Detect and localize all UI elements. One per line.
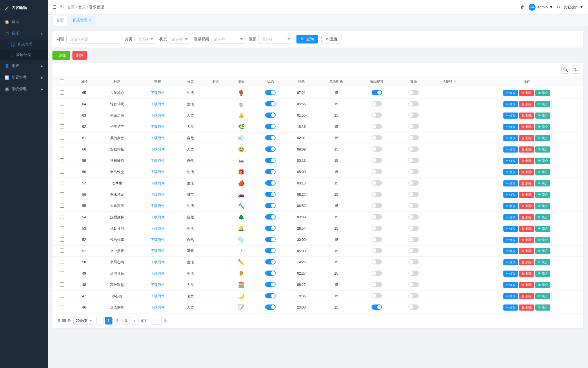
page-jump-input[interactable] xyxy=(150,317,162,325)
sidebar-item-music-manage[interactable]: 🎧 音乐管理 xyxy=(0,39,48,50)
edit-button[interactable]: ✏ 修改 xyxy=(503,192,518,198)
preview-button[interactable]: 👁 简介 xyxy=(535,135,550,141)
status-toggle[interactable] xyxy=(265,135,276,140)
preview-button[interactable]: 👁 简介 xyxy=(535,113,550,119)
incentive-toggle[interactable] xyxy=(372,226,382,231)
row-checkbox[interactable] xyxy=(60,271,64,275)
status-toggle[interactable] xyxy=(265,90,276,95)
row-checkbox[interactable] xyxy=(60,226,64,230)
row-checkbox[interactable] xyxy=(60,102,64,106)
edit-button[interactable]: ✏ 修改 xyxy=(503,248,518,254)
status-toggle[interactable] xyxy=(265,113,276,118)
incentive-toggle[interactable] xyxy=(372,180,382,186)
row-checkbox[interactable] xyxy=(60,158,64,162)
top-toggle[interactable] xyxy=(408,259,419,264)
delete-button[interactable]: 🗑 删除 xyxy=(519,282,534,288)
top-toggle[interactable] xyxy=(408,90,419,95)
sidebar-item-home[interactable]: 🏠 首页 xyxy=(0,16,48,28)
edit-button[interactable]: ✏ 修改 xyxy=(503,226,518,232)
top-toggle[interactable] xyxy=(408,293,419,298)
preview-button[interactable]: 👁 简介 xyxy=(535,146,550,153)
add-button[interactable]: + 添加 xyxy=(52,51,70,60)
top-toggle[interactable] xyxy=(408,226,419,231)
link-btn[interactable]: 下载附件 xyxy=(151,147,165,151)
query-button[interactable]: 🔍 查询 xyxy=(296,35,318,43)
status-toggle[interactable] xyxy=(265,203,276,208)
delete-button[interactable]: 🗑 删除 xyxy=(519,214,534,220)
status-toggle[interactable] xyxy=(265,214,276,220)
preview-button[interactable]: 👁 简介 xyxy=(535,282,550,288)
top-toggle[interactable] xyxy=(408,304,419,310)
admin-area[interactable]: Ea admin ▼ xyxy=(529,4,553,11)
menu-toggle-icon[interactable]: ☰ xyxy=(52,4,57,10)
link-btn[interactable]: 下载附件 xyxy=(151,91,165,95)
trash-icon[interactable]: 🗑 xyxy=(520,5,525,10)
filter-status-select[interactable]: 请选择 xyxy=(169,35,190,43)
delete-button[interactable]: 🗑 删除 xyxy=(519,180,534,186)
status-toggle[interactable] xyxy=(265,248,276,253)
edit-button[interactable]: ✏ 修改 xyxy=(503,113,518,119)
link-btn[interactable]: 下载附件 xyxy=(151,271,165,275)
edit-button[interactable]: ✏ 修改 xyxy=(503,180,518,186)
delete-button[interactable]: 🗑 删除 xyxy=(519,248,534,254)
row-checkbox[interactable] xyxy=(60,282,64,287)
delete-button[interactable]: 🗑 删除 xyxy=(519,271,534,277)
status-toggle[interactable] xyxy=(265,237,276,242)
delete-button[interactable]: 🗑 删除 xyxy=(519,259,534,265)
status-toggle[interactable] xyxy=(265,101,276,106)
delete-button[interactable]: 🗑 删除 xyxy=(519,90,534,96)
link-btn[interactable]: 下载附件 xyxy=(151,226,165,231)
prev-page-btn[interactable]: ‹ xyxy=(96,317,104,325)
preview-button[interactable]: 👁 简介 xyxy=(535,304,550,311)
incentive-toggle[interactable] xyxy=(372,214,382,220)
link-btn[interactable]: 下载附件 xyxy=(151,283,165,287)
delete-button[interactable]: 🗑 删除 xyxy=(519,169,534,175)
page-btn-3[interactable]: 3 xyxy=(122,317,130,325)
preview-button[interactable]: 👁 简介 xyxy=(535,101,550,107)
top-toggle[interactable] xyxy=(408,158,419,163)
preview-button[interactable]: 👁 简介 xyxy=(535,271,550,277)
delete-button[interactable]: 🗑 删除 xyxy=(519,226,534,232)
preview-button[interactable]: 👁 简介 xyxy=(535,237,550,243)
row-checkbox[interactable] xyxy=(60,181,64,185)
table-search-btn[interactable]: 🔍 xyxy=(561,66,569,74)
top-toggle[interactable] xyxy=(408,203,419,208)
edit-button[interactable]: ✏ 修改 xyxy=(503,282,518,288)
row-checkbox[interactable] xyxy=(60,305,64,309)
top-toggle[interactable] xyxy=(408,248,419,253)
table-refresh-btn[interactable]: ↻ xyxy=(572,66,580,74)
link-btn[interactable]: 下载附件 xyxy=(151,193,165,197)
top-toggle[interactable] xyxy=(408,146,419,152)
status-toggle[interactable] xyxy=(265,158,276,163)
row-checkbox[interactable] xyxy=(60,192,64,196)
edit-button[interactable]: ✏ 修改 xyxy=(503,259,518,265)
preview-button[interactable]: 👁 简介 xyxy=(535,180,550,186)
row-checkbox[interactable] xyxy=(60,249,64,253)
edit-button[interactable]: ✏ 修改 xyxy=(503,101,518,107)
reset-button[interactable]: ↺ 重置 xyxy=(321,35,342,43)
delete-button[interactable]: 🗑 删除 xyxy=(519,101,534,107)
edit-button[interactable]: ✏ 修改 xyxy=(503,293,518,299)
next-page-btn[interactable]: › xyxy=(131,317,139,325)
incentive-toggle[interactable] xyxy=(372,146,382,152)
row-checkbox[interactable] xyxy=(60,113,64,117)
edit-button[interactable]: ✏ 修改 xyxy=(503,203,518,209)
status-toggle[interactable] xyxy=(265,192,276,197)
top-toggle[interactable] xyxy=(408,113,419,118)
top-toggle[interactable] xyxy=(408,214,419,220)
edit-button[interactable]: ✏ 修改 xyxy=(503,271,518,277)
edit-button[interactable]: ✏ 修改 xyxy=(503,169,518,175)
link-btn[interactable]: 下载附件 xyxy=(151,113,165,117)
tab-music-manage[interactable]: 音乐管理 ✕ xyxy=(69,16,95,25)
edit-button[interactable]: ✏ 修改 xyxy=(503,90,518,96)
incentive-toggle[interactable] xyxy=(372,259,382,264)
incentive-toggle[interactable] xyxy=(372,90,382,95)
delete-button[interactable]: 🗑 删除 xyxy=(519,192,534,198)
preview-button[interactable]: 👁 简介 xyxy=(535,158,550,164)
top-toggle[interactable] xyxy=(408,135,419,140)
status-toggle[interactable] xyxy=(265,226,276,231)
top-toggle[interactable] xyxy=(408,192,419,197)
status-toggle[interactable] xyxy=(265,180,276,186)
edit-button[interactable]: ✏ 修改 xyxy=(503,124,518,130)
sidebar-item-music[interactable]: 🎵 音乐 ▲ xyxy=(0,28,48,39)
